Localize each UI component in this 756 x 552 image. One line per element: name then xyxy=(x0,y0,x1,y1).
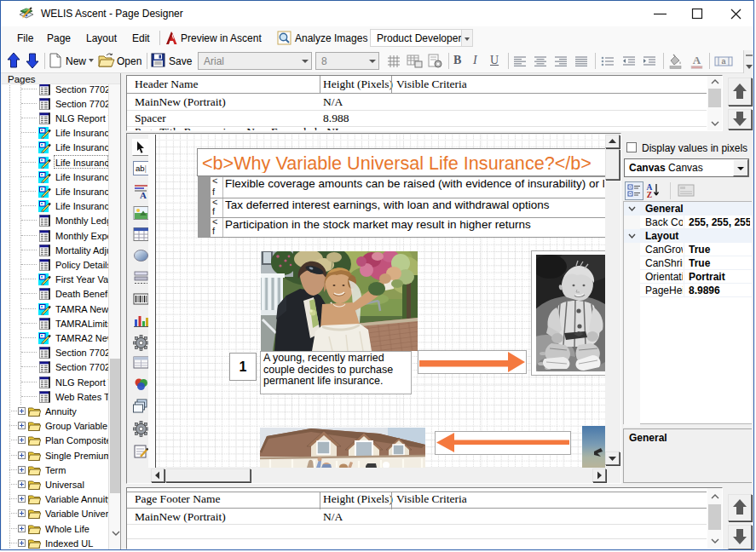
svg-text:A: A xyxy=(140,190,147,199)
svg-text:a: a xyxy=(721,57,725,66)
svg-text:Z: Z xyxy=(647,191,652,199)
svg-text:A: A xyxy=(693,54,701,66)
svg-text:A: A xyxy=(647,183,653,192)
